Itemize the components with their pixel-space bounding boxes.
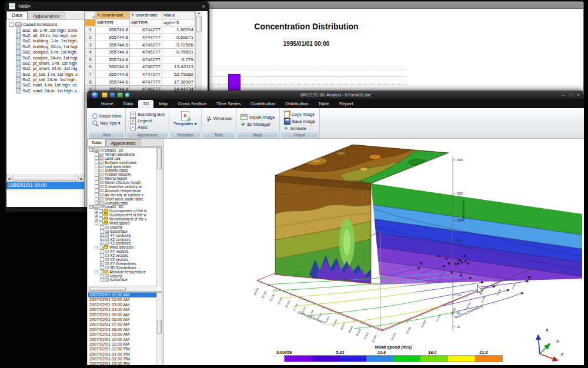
- checkbox-icon[interactable]: [99, 246, 103, 250]
- layer-tree-item[interactable]: 3D Streamlines: [89, 266, 156, 270]
- checkbox-icon[interactable]: [100, 278, 104, 282]
- scrollbar-thumb[interactable]: [89, 287, 126, 291]
- horizontal-scrollbar[interactable]: ◀ ▶: [6, 175, 84, 182]
- templates-button[interactable]: A Templates ▾: [173, 111, 196, 126]
- layer-tree-item[interactable]: Monin-Obukov length: [89, 180, 156, 185]
- scrollbar-thumb[interactable]: [157, 148, 162, 169]
- expand-icon[interactable]: +: [95, 218, 98, 221]
- maximize-button[interactable]: □: [569, 92, 572, 98]
- table-header-row[interactable]: X coordinate Y coordinate Value: [85, 12, 195, 19]
- nav-tips-button[interactable]: Nav Tips ▾: [92, 119, 121, 126]
- layer-tree-item[interactable]: ✓XZ contours: [89, 237, 156, 242]
- breeze-titlebar[interactable]: BREEZE 3D Analyst - 07cma02.dat – □ ×: [87, 91, 584, 99]
- checkbox-icon[interactable]: ✓: [130, 125, 136, 131]
- layer-tree-item[interactable]: +V-component of the w: [89, 213, 156, 217]
- ribbon-tab-data[interactable]: Data: [119, 100, 138, 108]
- windrose-button[interactable]: Windrose: [206, 115, 232, 122]
- layer-tree-item[interactable]: −07cma02_3D: [89, 205, 156, 209]
- ribbon-tab-map[interactable]: Map: [154, 100, 172, 108]
- layer-tree-item[interactable]: +W-component of the v: [89, 217, 156, 221]
- import-image-button[interactable]: Import Image: [240, 113, 275, 121]
- checkbox-icon[interactable]: [99, 213, 103, 217]
- layer-tree-item[interactable]: +U-component of the w: [89, 209, 156, 213]
- scrollbar-thumb[interactable]: [157, 320, 162, 334]
- expand-icon[interactable]: −: [95, 270, 98, 273]
- checkbox-icon[interactable]: ✓: [100, 262, 104, 266]
- layer-tree-item[interactable]: Stability class: [89, 168, 156, 172]
- emission-tree-item[interactable]: So2, all, 1-hr, 1st high, conc: [9, 27, 84, 32]
- scroll-right-icon[interactable]: ▶: [80, 176, 83, 180]
- layer-tree-item[interactable]: Mixing height: [89, 176, 156, 180]
- checkbox-icon[interactable]: [95, 201, 99, 205]
- scroll-left-icon[interactable]: ◀: [8, 176, 11, 180]
- layer-tree-item[interactable]: Isosurface: [89, 278, 156, 282]
- scrollbar-thumb[interactable]: [12, 176, 79, 181]
- table-corner-cell[interactable]: [85, 12, 96, 19]
- ribbon-tab-3d[interactable]: 3D: [138, 100, 153, 108]
- ribbon-tab-contribution[interactable]: Contribution: [246, 100, 280, 108]
- ribbon-tab-time-series[interactable]: Time Series: [212, 100, 245, 108]
- layer-tree-item[interactable]: Humidity ratio: [89, 201, 156, 205]
- table-row[interactable]: 3355744.847452770.72565: [85, 41, 195, 49]
- checkbox-legend[interactable]: ✓Legend: [130, 118, 165, 124]
- expand-icon[interactable]: −: [95, 246, 98, 249]
- layer-tree-item[interactable]: XZ vectors: [89, 253, 156, 257]
- layer-tree-item[interactable]: Volume: [89, 225, 156, 229]
- layer-tree-item[interactable]: Land use: [89, 156, 156, 160]
- layer-tree-item[interactable]: XY vectors: [89, 249, 156, 253]
- 3d-manager-button[interactable]: ➔ 3D Manager: [240, 121, 275, 128]
- layer-tree-item[interactable]: Leaf area index: [89, 165, 156, 169]
- expand-icon[interactable]: −: [89, 148, 93, 152]
- emission-tree-item[interactable]: So2, pt_short, 24-hr, 1st hig: [9, 66, 84, 71]
- layer-tree-item[interactable]: Convective velocity sc: [89, 185, 156, 189]
- layer-tree-item[interactable]: ✓YZ contours: [89, 241, 156, 245]
- ribbon-tab-distribution[interactable]: Distribution: [280, 100, 313, 108]
- tree-horizontal-scrollbar[interactable]: [88, 286, 157, 291]
- table-row[interactable]: 6355744.8474677713.42113: [85, 63, 195, 71]
- checkbox-icon[interactable]: [95, 189, 99, 193]
- scroll-up-icon[interactable]: ▲: [198, 11, 201, 15]
- column-header-y[interactable]: Y coordinate: [130, 12, 162, 19]
- layer-tree-item[interactable]: Terrain elevations: [89, 152, 156, 156]
- checkbox-icon[interactable]: [100, 257, 104, 262]
- checkbox-icon[interactable]: [100, 249, 104, 253]
- table-row[interactable]: 7355744.8474727752.75982: [85, 71, 195, 78]
- checkbox-icon[interactable]: [100, 253, 104, 257]
- checkbox-icon[interactable]: [95, 173, 99, 177]
- checkbox-icon[interactable]: [95, 160, 99, 165]
- ribbon-tab-report[interactable]: Report: [335, 100, 358, 108]
- checkbox-axes[interactable]: ✓Axes: [130, 124, 165, 131]
- table-row[interactable]: 2355744.847447770.69271: [85, 34, 195, 41]
- layer-tree-item[interactable]: Friction velocity: [89, 172, 156, 176]
- emission-tree-item[interactable]: So2, coalpile, 24-hr, 1st higl: [9, 55, 84, 60]
- checkbox-icon[interactable]: [95, 185, 99, 189]
- checkbox-icon[interactable]: [100, 274, 104, 278]
- collapse-icon[interactable]: −: [9, 22, 14, 27]
- tab-appearance[interactable]: Appearance: [28, 12, 65, 19]
- checkbox-icon[interactable]: [95, 152, 99, 156]
- close-button[interactable]: ×: [577, 92, 580, 98]
- checkbox-icon[interactable]: ✓: [130, 112, 136, 118]
- layer-tree-item[interactable]: −Absolute temperature: [89, 270, 156, 274]
- layer-tree-item[interactable]: −Wind speed: [89, 221, 156, 225]
- timestamp-item[interactable]: 2007/02/01 03:00 PM: [88, 362, 157, 365]
- tree-root[interactable]: − Case3 Emissions: [9, 22, 84, 27]
- checkbox-icon[interactable]: [95, 165, 99, 169]
- layer-tree-item[interactable]: −07cma02_2D: [89, 148, 156, 152]
- minimize-button[interactable]: –: [562, 92, 564, 98]
- selected-time-item[interactable]: 1995/01/01 00:00: [6, 182, 84, 189]
- checkbox-icon[interactable]: [99, 217, 103, 221]
- layer-tree-item[interactable]: Air density at surface s: [89, 193, 156, 197]
- checkbox-icon[interactable]: [100, 266, 104, 270]
- checkbox-icon[interactable]: [99, 270, 103, 274]
- column-header-value[interactable]: Value: [162, 12, 195, 19]
- checkbox-icon[interactable]: [99, 209, 103, 213]
- save-image-button[interactable]: Save Image: [284, 118, 315, 125]
- animate-button[interactable]: ★ Animate: [284, 125, 315, 132]
- copy-image-button[interactable]: Copy Image: [284, 111, 315, 118]
- emission-tree-item[interactable]: So2, pt_tall, 24-hr, 1st high,: [9, 77, 84, 82]
- emission-tree-item[interactable]: So2, all, 24-hr, 1st high, cor: [9, 33, 84, 38]
- timestamps-scrollbar[interactable]: [156, 293, 162, 365]
- scrollbar-thumb[interactable]: [196, 16, 202, 32]
- reset-view-button[interactable]: Reset View: [92, 112, 121, 119]
